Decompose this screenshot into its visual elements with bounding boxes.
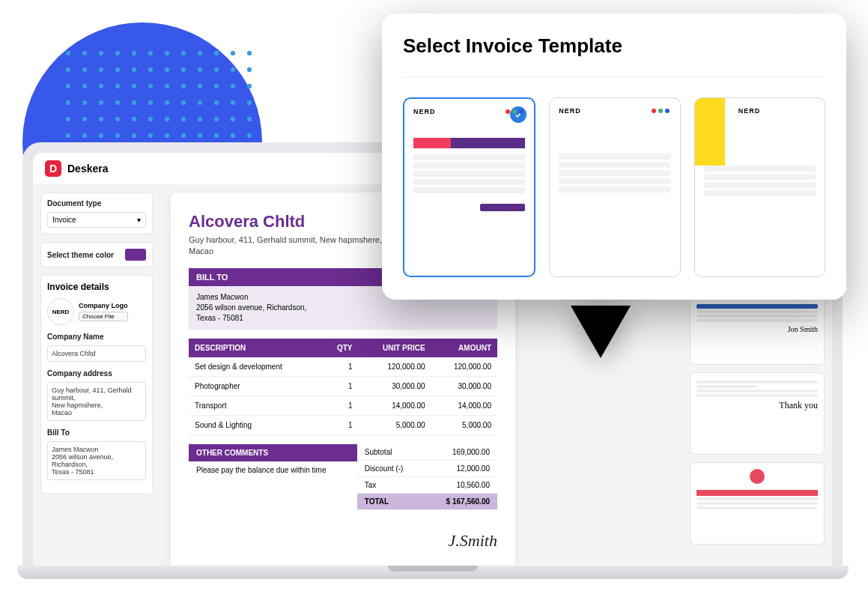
company-name-input[interactable]: Alcovera Chltd	[47, 345, 146, 362]
discount-label: Discount (-)	[365, 464, 404, 473]
template-thumb[interactable]	[690, 462, 825, 545]
choose-file-button[interactable]: Choose File	[79, 312, 128, 321]
app-title: Deskera	[67, 163, 109, 175]
cell-qty: 1	[322, 396, 359, 415]
template-thumb[interactable]: Thank you	[690, 372, 825, 455]
col-qty: QTY	[322, 339, 359, 357]
cell-desc: Sound & Lighting	[189, 415, 322, 434]
thumb-signature: Jon Smith	[696, 325, 818, 333]
doc-type-label: Document type	[47, 199, 146, 207]
chevron-down-icon: ▾	[137, 216, 141, 224]
bill-to-input[interactable]: James Macwon 2056 wilson avenue, Richard…	[47, 441, 146, 480]
table-header-row: DESCRIPTION QTY UNIT PRICE AMOUNT	[189, 339, 497, 357]
template-option-3[interactable]: NERD	[694, 97, 825, 277]
table-row: Set design & development 1 120,000.00 12…	[189, 357, 497, 377]
logo-text: NERD	[52, 309, 70, 315]
col-description: DESCRIPTION	[189, 339, 322, 357]
col-unit-price: UNIT PRICE	[358, 339, 431, 357]
theme-color-label: Select theme color	[47, 251, 114, 259]
laptop-notch	[388, 566, 478, 572]
template-action-bar	[480, 204, 525, 211]
doc-type-select[interactable]: Invoice ▾	[47, 212, 146, 228]
company-logo-preview: NERD	[47, 298, 74, 325]
company-address-input[interactable]: Guy harbour, 411, Gerhald summit, New ha…	[47, 382, 146, 421]
settings-sidebar: Document type Invoice ▾ Select theme col…	[33, 185, 160, 566]
template-logo-text: NERD	[738, 107, 816, 115]
bill-to-label: Bill To	[47, 428, 146, 437]
template-option-1[interactable]: NERD	[403, 97, 535, 277]
cell-price: 14,000.00	[358, 396, 431, 415]
cell-price: 120,000.00	[358, 357, 431, 377]
tax-row: Tax 10,560.00	[357, 477, 497, 494]
cell-price: 30,000.00	[358, 376, 431, 396]
template-option-2[interactable]: NERD	[549, 97, 680, 277]
table-row: Transport 1 14,000.00 14,000.00	[189, 396, 497, 415]
cell-amount: 120,000.00	[431, 357, 497, 377]
doc-type-value: Invoice	[52, 216, 76, 224]
cell-desc: Set design & development	[189, 357, 322, 377]
laptop-base	[17, 566, 849, 579]
subtotal-value: 169,000.00	[452, 448, 490, 456]
app-logo-icon: D	[45, 160, 61, 177]
cell-amount: 5,000.00	[431, 415, 497, 434]
tax-label: Tax	[365, 481, 377, 489]
discount-value: 12,000.00	[457, 464, 491, 473]
col-amount: AMOUNT	[431, 339, 497, 357]
doc-items-table: DESCRIPTION QTY UNIT PRICE AMOUNT Set de…	[189, 339, 497, 435]
template-selector-dialog: Select Invoice Template NERD NERD	[382, 13, 846, 300]
total-label: TOTAL	[365, 497, 389, 506]
discount-row: Discount (-) 12,000.00	[357, 461, 497, 477]
tax-value: 10,560.00	[457, 481, 491, 489]
company-address-label: Company address	[47, 369, 146, 378]
company-logo-label: Company Logo	[79, 302, 128, 309]
total-value: $ 167,560.00	[446, 497, 490, 506]
doc-totals: Subtotal 169,000.00 Discount (-) 12,000.…	[357, 444, 497, 510]
table-row: Sound & Lighting 1 5,000.00 5,000.00	[189, 415, 497, 434]
doc-comments: OTHER COMMENTS Please pay the balance du…	[189, 444, 357, 510]
doc-type-card: Document type Invoice ▾	[40, 193, 153, 234]
cell-amount: 30,000.00	[431, 376, 497, 396]
dialog-title: Select Invoice Template	[403, 34, 825, 58]
cell-qty: 1	[322, 357, 359, 377]
comments-body: Please pay the balance due within time	[189, 461, 357, 479]
dialog-pointer-icon	[571, 306, 631, 358]
theme-color-card: Select theme color	[40, 242, 153, 267]
invoice-details-title: Invoice details	[47, 282, 146, 292]
subtotal-row: Subtotal 169,000.00	[357, 444, 497, 461]
doc-signature: J.Smith	[189, 531, 497, 551]
cell-qty: 1	[322, 415, 359, 434]
subtotal-label: Subtotal	[365, 448, 392, 456]
cell-qty: 1	[322, 376, 359, 396]
comments-header: OTHER COMMENTS	[189, 444, 357, 461]
template-status-dots-icon	[652, 109, 670, 113]
total-row: TOTAL $ 167,560.00	[357, 494, 497, 510]
template-status-dots-icon	[506, 109, 523, 114]
cell-desc: Transport	[189, 396, 322, 415]
table-row: Photographer 1 30,000.00 30,000.00	[189, 376, 497, 396]
cell-price: 5,000.00	[358, 415, 431, 434]
thumb-thank-you: Thank you	[696, 400, 818, 411]
invoice-details-card: Invoice details NERD Company Logo Choose…	[40, 275, 153, 494]
cell-desc: Photographer	[189, 376, 322, 396]
cell-amount: 14,000.00	[431, 396, 497, 415]
company-name-label: Company Name	[47, 333, 146, 341]
theme-color-swatch[interactable]	[125, 249, 146, 261]
template-yellow-accent	[695, 98, 725, 166]
